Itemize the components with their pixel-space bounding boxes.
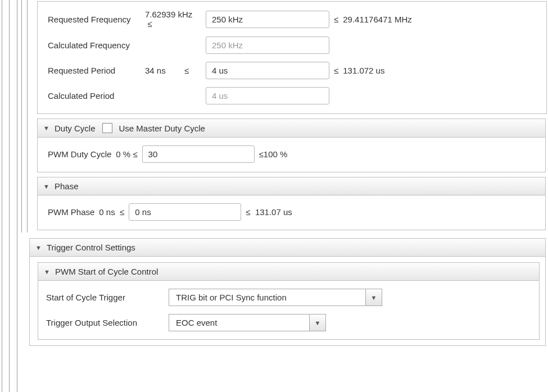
pwm-phase-min: 0 ns ≤	[99, 207, 124, 217]
phase-title: Phase	[55, 181, 79, 191]
pwm-phase-input[interactable]	[129, 203, 241, 221]
pwm-duty-min: 0 % ≤	[116, 149, 137, 159]
soc-output-select[interactable]: EOC event ▼	[169, 314, 326, 331]
requested-frequency-min: 7.62939 kHz ≤	[145, 10, 201, 29]
use-master-duty-label: Use Master Duty Cycle	[119, 124, 205, 133]
soc-trigger-label: Start of Cycle Trigger	[46, 293, 164, 302]
pwm-duty-label: PWM Duty Cycle	[48, 149, 111, 159]
trigger-control-title: Trigger Control Settings	[47, 243, 135, 252]
calculated-period-output	[206, 87, 329, 104]
pwm-duty-input[interactable]	[142, 145, 255, 163]
soc-header[interactable]: ▼ PWM Start of Cycle Control	[38, 262, 540, 281]
requested-period-min: 34 ns ≤	[145, 66, 201, 75]
soc-title: PWM Start of Cycle Control	[55, 267, 158, 276]
requested-frequency-input[interactable]	[206, 11, 329, 28]
chevron-down-icon: ▼	[44, 268, 51, 275]
requested-period-label: Requested Period	[48, 66, 141, 75]
requested-frequency-max: 29.41176471 MHz	[343, 15, 412, 24]
le-symbol: ≤	[334, 15, 338, 24]
calculated-frequency-label: Calculated Frequency	[48, 40, 141, 50]
trigger-control-header[interactable]: ▼ Trigger Control Settings	[29, 238, 546, 257]
dropdown-button[interactable]: ▼	[365, 289, 382, 306]
requested-frequency-label: Requested Frequency	[48, 15, 141, 24]
dropdown-button[interactable]: ▼	[309, 314, 326, 331]
requested-period-max: 131.072 us	[343, 66, 384, 75]
duty-cycle-header[interactable]: ▼ Duty Cycle Use Master Duty Cycle	[37, 118, 546, 138]
soc-output-value: EOC event	[169, 314, 309, 331]
calculated-period-label: Calculated Period	[48, 91, 141, 101]
chevron-down-icon: ▼	[43, 183, 50, 190]
soc-trigger-select[interactable]: TRIG bit or PCI Sync function ▼	[169, 289, 382, 306]
phase-header[interactable]: ▼ Phase	[37, 177, 546, 195]
chevron-down-icon: ▼	[43, 125, 50, 131]
pwm-duty-max: ≤100 %	[259, 149, 288, 159]
pwm-phase-label: PWM Phase	[48, 207, 94, 217]
pwm-phase-max: ≤ 131.07 us	[246, 207, 292, 217]
duty-cycle-title: Duty Cycle	[55, 124, 96, 133]
frequency-panel: Requested Frequency 7.62939 kHz ≤ ≤ 29.4…	[38, 2, 546, 113]
chevron-down-icon: ▼	[371, 294, 377, 301]
soc-trigger-value: TRIG bit or PCI Sync function	[169, 289, 365, 306]
use-master-duty-checkbox[interactable]	[102, 123, 112, 133]
soc-output-label: Trigger Output Selection	[46, 318, 164, 327]
chevron-down-icon: ▼	[315, 320, 321, 326]
chevron-down-icon: ▼	[35, 244, 42, 251]
requested-period-input[interactable]	[206, 62, 329, 79]
calculated-frequency-output	[206, 37, 329, 54]
